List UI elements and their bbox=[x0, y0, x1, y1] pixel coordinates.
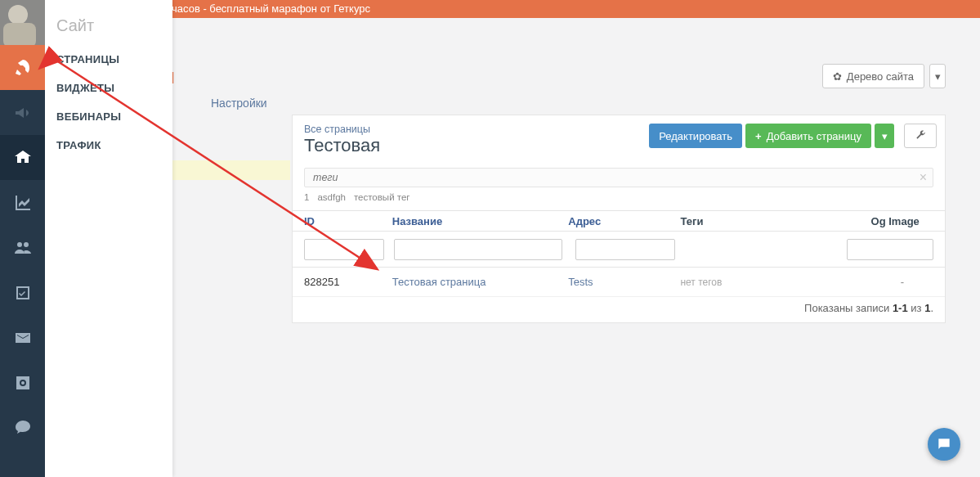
submenu-traffic[interactable]: ТРАФИК bbox=[45, 131, 172, 160]
tab-settings[interactable]: Настройки bbox=[211, 97, 267, 110]
col-tags: Теги bbox=[680, 215, 870, 227]
plus-icon: + bbox=[755, 130, 762, 142]
row-addr-link[interactable]: Tests bbox=[568, 276, 680, 288]
edit-button[interactable]: Редактировать bbox=[649, 124, 742, 148]
rail-rocket[interactable] bbox=[0, 45, 45, 90]
pager-range: 1-1 bbox=[893, 302, 908, 314]
rail-megaphone[interactable] bbox=[0, 90, 45, 135]
pager-of: из bbox=[908, 302, 924, 314]
site-tree-label: Дерево сайта bbox=[847, 70, 914, 83]
submenu-title: Сайт bbox=[45, 11, 172, 45]
rail-site[interactable] bbox=[0, 135, 45, 180]
site-tree-button[interactable]: ✿ Дерево сайта bbox=[822, 64, 924, 88]
chevron-down-icon: ▾ bbox=[935, 70, 941, 83]
wrench-icon bbox=[915, 129, 926, 143]
gear-icon: ✿ bbox=[833, 70, 842, 83]
rail-tasks[interactable] bbox=[0, 270, 45, 315]
rail-users[interactable] bbox=[0, 225, 45, 270]
tag-chip[interactable]: 1 bbox=[304, 192, 309, 202]
row-id: 828251 bbox=[304, 276, 392, 288]
table-header: ID Название Адрес Теги Og Image bbox=[293, 210, 945, 232]
add-page-button[interactable]: + Добавить страницу bbox=[745, 124, 871, 148]
add-page-dropdown[interactable]: ▾ bbox=[875, 124, 894, 148]
promo-text: часов - бесплатный марафон от Геткурс bbox=[172, 2, 370, 15]
rail-chart[interactable] bbox=[0, 180, 45, 225]
top-right-buttons: ✿ Дерево сайта ▾ bbox=[822, 64, 946, 88]
icon-rail bbox=[0, 0, 45, 477]
rail-settings-box[interactable] bbox=[0, 360, 45, 405]
tags-search-input[interactable] bbox=[304, 168, 933, 187]
chat-icon bbox=[936, 436, 952, 452]
pager-prefix: Показаны записи bbox=[804, 302, 893, 314]
table-row[interactable]: 828251 Тестовая страница Tests нет тегов… bbox=[293, 268, 945, 297]
tag-chip[interactable]: тестовый тег bbox=[354, 192, 410, 202]
main-content: .ru е сайтом Настройки ✿ Дерево сайта ▾ … bbox=[45, 18, 980, 477]
row-tags: нет тегов bbox=[680, 277, 870, 288]
col-addr[interactable]: Адрес bbox=[568, 215, 680, 227]
chevron-down-icon: ▾ bbox=[882, 130, 888, 142]
wrench-button[interactable] bbox=[904, 124, 937, 148]
chat-fab[interactable] bbox=[928, 428, 960, 461]
submenu-webinars[interactable]: ВЕБИНАРЫ bbox=[45, 102, 172, 131]
filter-name-input[interactable] bbox=[394, 239, 562, 260]
site-tree-dropdown[interactable]: ▾ bbox=[929, 64, 946, 88]
clear-search-icon[interactable]: × bbox=[920, 170, 927, 185]
pages-card: Все страницы Тестовая Редактировать + До… bbox=[292, 115, 946, 323]
svg-point-1 bbox=[8, 5, 28, 25]
row-name-link[interactable]: Тестовая страница bbox=[392, 276, 569, 288]
submenu-pages[interactable]: СТРАНИЦЫ bbox=[45, 45, 172, 74]
add-page-label: Добавить страницу bbox=[767, 130, 861, 142]
row-og: - bbox=[871, 276, 933, 288]
svg-rect-2 bbox=[3, 23, 36, 45]
tag-chip[interactable]: asdfgh bbox=[317, 192, 346, 202]
col-name[interactable]: Название bbox=[392, 215, 569, 227]
rail-mail[interactable] bbox=[0, 315, 45, 360]
tag-chips: 1 asdfgh тестовый тег bbox=[293, 187, 945, 210]
filter-id-input[interactable] bbox=[304, 239, 384, 260]
pager-suffix: . bbox=[930, 302, 933, 314]
col-id[interactable]: ID bbox=[304, 215, 392, 227]
filter-row bbox=[293, 232, 945, 268]
filter-addr-input[interactable] bbox=[575, 239, 675, 260]
col-og: Og Image bbox=[871, 215, 933, 227]
submenu-widgets[interactable]: ВИДЖЕТЫ bbox=[45, 74, 172, 102]
filter-og-input[interactable] bbox=[847, 239, 933, 260]
pager: Показаны записи 1-1 из 1. bbox=[293, 297, 945, 319]
avatar[interactable] bbox=[0, 0, 45, 45]
rail-chat[interactable] bbox=[0, 405, 45, 450]
site-submenu: Сайт СТРАНИЦЫ ВИДЖЕТЫ ВЕБИНАРЫ ТРАФИК bbox=[45, 0, 172, 477]
